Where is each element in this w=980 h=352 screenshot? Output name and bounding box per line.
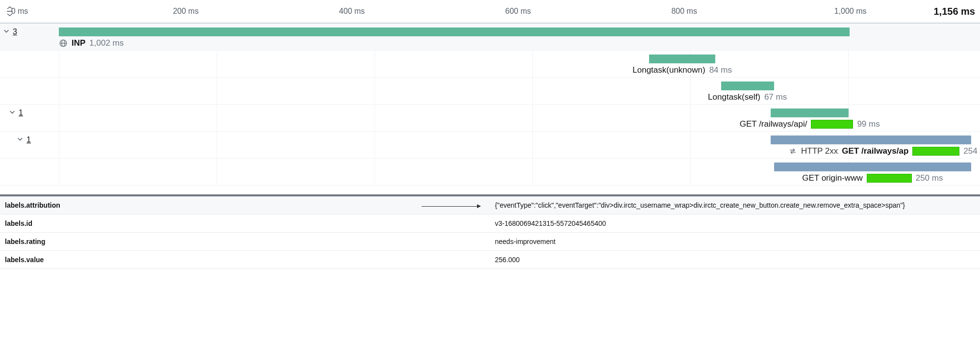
chevron-down-icon[interactable] bbox=[3, 27, 10, 34]
labels-panel: labels.attribution {"eventType":"click",… bbox=[0, 194, 980, 269]
span-row[interactable]: 3INP1,002 ms bbox=[0, 24, 980, 51]
span-label: GET origin-www250 ms bbox=[802, 173, 943, 183]
row-gutter: 1 bbox=[0, 132, 59, 158]
ruler-total: 1,156 ms bbox=[933, 0, 975, 23]
child-count[interactable]: 3 bbox=[13, 27, 17, 36]
span-bar[interactable] bbox=[59, 27, 850, 36]
span-bar[interactable] bbox=[649, 54, 715, 63]
label-value: {"eventType":"click","eventTarget":"div>… bbox=[490, 196, 980, 215]
redacted-segment bbox=[867, 174, 912, 183]
redacted-segment bbox=[912, 147, 959, 156]
row-gutter: 1 bbox=[0, 105, 59, 131]
label-value: v3-1680069421315-5572045465400 bbox=[490, 215, 980, 233]
http-status: HTTP 2xx bbox=[801, 146, 838, 156]
row-gutter bbox=[0, 159, 59, 185]
span-name: GET /railways/ap bbox=[842, 146, 908, 156]
label-row: labels.ratingneeds-improvement bbox=[0, 233, 980, 251]
row-track: Longtask(self)67 ms bbox=[59, 78, 971, 104]
span-label: GET /railways/api/99 ms bbox=[740, 119, 880, 129]
child-count[interactable]: 1 bbox=[26, 135, 31, 144]
span-bar[interactable] bbox=[721, 81, 774, 90]
row-gutter bbox=[0, 78, 59, 104]
row-track: GET origin-www250 ms bbox=[59, 159, 971, 185]
redacted-segment bbox=[811, 120, 853, 129]
ruler-tick: 0 ms bbox=[11, 0, 28, 23]
span-bar[interactable] bbox=[771, 135, 971, 144]
label-key: labels.value bbox=[0, 251, 490, 269]
child-count[interactable]: 1 bbox=[19, 108, 23, 117]
ruler-ticks: 0 ms200 ms400 ms600 ms800 ms1,000 ms1,15… bbox=[20, 0, 980, 23]
label-row: labels.value256.000 bbox=[0, 251, 980, 269]
span-row[interactable]: GET origin-www250 ms bbox=[0, 159, 980, 186]
waterfall-rows: 3INP1,002 msLongtask(unknown)84 msLongta… bbox=[0, 24, 980, 186]
span-label: Longtask(self)67 ms bbox=[708, 92, 787, 102]
span-name: GET origin-www bbox=[802, 173, 862, 183]
span-name: Longtask(unknown) bbox=[632, 65, 705, 75]
label-value: needs-improvement bbox=[490, 233, 980, 251]
span-label: HTTP 2xxGET /railways/ap254 ms bbox=[788, 146, 980, 156]
span-bar[interactable] bbox=[771, 108, 849, 117]
span-name: INP bbox=[72, 38, 85, 48]
label-key: labels.attribution bbox=[0, 196, 490, 215]
label-row: labels.attribution {"eventType":"click",… bbox=[0, 196, 980, 215]
label-key: labels.rating bbox=[0, 233, 490, 251]
label-value: 256.000 bbox=[490, 251, 980, 269]
span-row[interactable]: 1GET /railways/api/99 ms bbox=[0, 105, 980, 132]
ruler-tick: 400 ms bbox=[339, 0, 365, 23]
span-duration: 250 ms bbox=[916, 173, 943, 183]
span-row[interactable]: Longtask(self)67 ms bbox=[0, 78, 980, 105]
ruler-tick: 1,000 ms bbox=[834, 0, 867, 23]
span-name: Longtask(self) bbox=[708, 92, 760, 102]
label-key: labels.id bbox=[0, 215, 490, 233]
ruler-tick: 600 ms bbox=[505, 0, 531, 23]
row-gutter: 3 bbox=[0, 24, 59, 50]
span-duration: 254 ms bbox=[963, 146, 980, 156]
span-row[interactable]: Longtask(unknown)84 ms bbox=[0, 51, 980, 78]
time-ruler: 0 ms200 ms400 ms600 ms800 ms1,000 ms1,15… bbox=[0, 0, 980, 24]
span-label: INP1,002 ms bbox=[59, 38, 124, 48]
span-duration: 84 ms bbox=[709, 65, 732, 75]
chevron-down-icon[interactable] bbox=[9, 108, 16, 115]
row-gutter bbox=[0, 51, 59, 77]
row-track: GET /railways/api/99 ms bbox=[59, 105, 971, 131]
span-duration: 1,002 ms bbox=[89, 38, 124, 48]
waterfall-timeline: 0 ms200 ms400 ms600 ms800 ms1,000 ms1,15… bbox=[0, 0, 980, 186]
span-row[interactable]: 1HTTP 2xxGET /railways/ap254 ms bbox=[0, 132, 980, 159]
span-label: Longtask(unknown)84 ms bbox=[632, 65, 732, 75]
arrow-right-icon bbox=[422, 206, 480, 207]
span-name: GET /railways/api/ bbox=[740, 119, 807, 129]
labels-table: labels.attribution {"eventType":"click",… bbox=[0, 196, 980, 269]
row-track: Longtask(unknown)84 ms bbox=[59, 51, 971, 77]
label-row: labels.idv3-1680069421315-5572045465400 bbox=[0, 215, 980, 233]
ruler-tick: 800 ms bbox=[671, 0, 697, 23]
chevron-down-icon[interactable] bbox=[17, 135, 24, 142]
row-track: INP1,002 ms bbox=[59, 24, 971, 50]
row-track: HTTP 2xxGET /railways/ap254 ms bbox=[59, 132, 971, 158]
ruler-tick: 200 ms bbox=[173, 0, 199, 23]
span-duration: 67 ms bbox=[764, 92, 787, 102]
span-duration: 99 ms bbox=[857, 119, 879, 129]
span-bar[interactable] bbox=[774, 162, 971, 171]
